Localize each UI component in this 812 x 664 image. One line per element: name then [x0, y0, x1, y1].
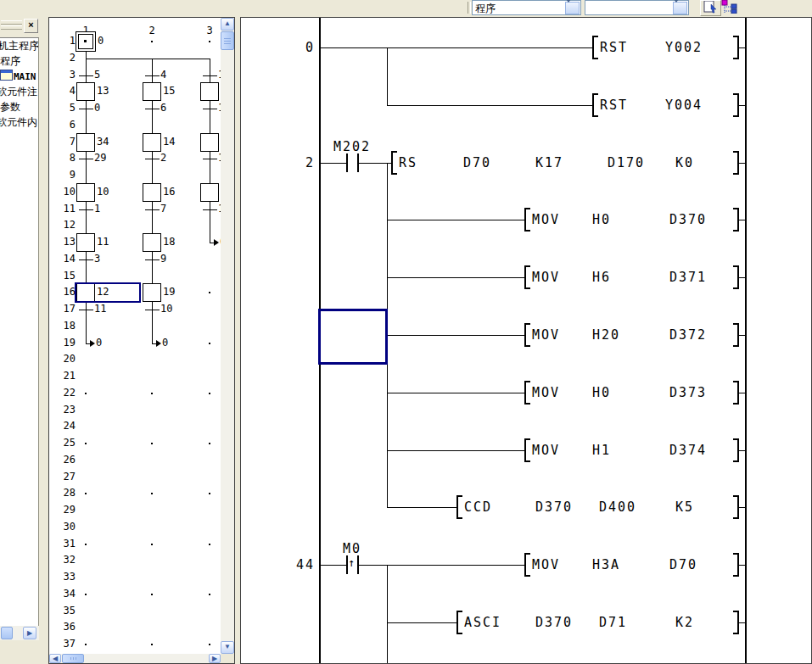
project-data-list-icon: [720, 0, 739, 14]
sfc-row-number: 21: [49, 370, 76, 382]
data-name-combobox[interactable]: [585, 0, 689, 15]
instruction-operand: K5: [675, 499, 694, 515]
instruction-op: RST: [600, 40, 628, 55]
sfc-step[interactable]: [200, 183, 219, 202]
sfc-grid-dot: [151, 493, 153, 494]
tree-item-program[interactable]: 程序: [0, 53, 38, 69]
sfc-step[interactable]: [76, 183, 95, 202]
scroll-right-icon[interactable]: ▶: [23, 627, 36, 639]
sfc-row-number: 37: [49, 638, 76, 650]
sfc-step[interactable]: [143, 283, 161, 302]
sfc-cursor[interactable]: [75, 282, 141, 303]
ladder-wire: [387, 393, 524, 393]
tree-item-device-memory[interactable]: 软元件内: [0, 114, 38, 130]
toolbar-grip[interactable]: [1, 20, 22, 25]
sfc-transition-label[interactable]: 2: [160, 152, 166, 164]
instruction-operand: H3A: [592, 557, 620, 572]
toolbar-separator: [468, 2, 471, 14]
sfc-row-number: 16: [49, 286, 76, 298]
sfc-step-label: 13: [97, 85, 109, 97]
instruction-operand: D372: [669, 327, 707, 343]
display-mode-button[interactable]: [700, 0, 721, 16]
sfc-transition-label[interactable]: 29: [94, 152, 106, 164]
ladder-wire: [739, 163, 745, 164]
open-bracket-icon: [524, 553, 530, 577]
sfc-transition-label[interactable]: 9: [160, 253, 166, 265]
sfc-step[interactable]: [76, 82, 95, 101]
sfc-step[interactable]: [76, 233, 95, 252]
sfc-row-number: 2: [49, 52, 76, 64]
sfc-transition-label[interactable]: 0: [94, 102, 100, 114]
tree-item-label: 程序: [0, 55, 20, 67]
sfc-transition: [79, 159, 93, 159]
sfc-transition-label[interactable]: 6: [160, 102, 166, 114]
sfc-row-number: 14: [49, 253, 76, 265]
program-type-combobox[interactable]: 程序: [472, 0, 581, 15]
instruction-operand: H20: [592, 327, 620, 343]
scroll-left-icon[interactable]: ◀: [49, 654, 61, 663]
sfc-row-number: 17: [49, 303, 76, 315]
sfc-step[interactable]: [143, 233, 161, 252]
ladder-canvas[interactable]: 0RSTY002RSTY0042M202RSD70K17D170K0MOVH0D…: [241, 18, 811, 663]
ladder-contact[interactable]: [347, 153, 348, 172]
sfc-step-label: 11: [97, 236, 109, 248]
sfc-row-number: 6: [49, 119, 76, 131]
ladder-cursor[interactable]: [318, 309, 388, 365]
sfc-row-number: 13: [49, 236, 76, 248]
sfc-canvas[interactable]: 1231234567891011121314151617181920212223…: [49, 18, 221, 663]
sfc-transition-label[interactable]: 7: [160, 203, 166, 215]
tree-item-parameter[interactable]: 参数: [0, 99, 38, 114]
sfc-horizontal-scrollbar[interactable]: ◀ ▶: [49, 654, 221, 663]
tree-item-label: 软元件注: [0, 86, 37, 98]
sfc-transition-label[interactable]: 1: [94, 203, 100, 215]
sfc-transition-label[interactable]: 5: [94, 69, 100, 81]
sfc-step[interactable]: [200, 133, 219, 152]
sfc-transition-label[interactable]: 11: [94, 303, 106, 315]
sfc-step[interactable]: [143, 82, 161, 101]
sfc-row-number: 15: [49, 270, 76, 282]
scrollbar-thumb[interactable]: [62, 654, 84, 663]
open-bracket-icon: [592, 93, 598, 117]
tree-item-main[interactable]: MAIN: [0, 69, 38, 84]
sfc-step-label: 19: [163, 286, 175, 298]
sfc-row-number: 31: [49, 538, 76, 550]
sfc-row-number: 4: [49, 85, 76, 97]
close-bracket-icon: [733, 553, 739, 577]
sfc-transition-label[interactable]: 3: [94, 253, 100, 265]
sfc-initial-step[interactable]: [76, 31, 96, 52]
instruction-operand: D370: [535, 615, 573, 630]
open-bracket-icon: [592, 36, 598, 59]
sfc-step[interactable]: [143, 133, 161, 152]
sfc-row-number: 7: [49, 136, 76, 148]
sfc-transition: [145, 310, 160, 310]
tree-item-host-program[interactable]: 机主程序: [0, 38, 38, 53]
instruction-op: RST: [600, 98, 628, 113]
scroll-down-icon[interactable]: ▼: [221, 641, 234, 654]
scroll-up-icon[interactable]: ▲: [221, 18, 234, 31]
sfc-row-number: 23: [49, 404, 76, 416]
instruction-operand: H6: [592, 270, 611, 285]
sfc-jump-label[interactable]: 0: [162, 337, 168, 349]
chevron-down-icon[interactable]: [673, 2, 687, 14]
ladder-trunk-wire: [387, 565, 388, 663]
sfc-jump-label[interactable]: 0: [96, 337, 102, 349]
scrollbar-thumb[interactable]: [1, 627, 13, 639]
sfc-vertical-scrollbar[interactable]: ▲ ▼: [221, 18, 234, 654]
close-icon[interactable]: ×: [24, 19, 38, 33]
ladder-wire: [739, 507, 745, 508]
sfc-transition-label[interactable]: 10: [160, 303, 172, 315]
sfc-transition-label[interactable]: 4: [160, 69, 166, 81]
tree-item-device-comment[interactable]: 软元件注: [0, 84, 38, 99]
scroll-right-icon[interactable]: ▶: [209, 654, 221, 663]
sfc-step[interactable]: [143, 183, 161, 202]
sfc-step[interactable]: [200, 82, 219, 101]
sfc-step[interactable]: [76, 133, 95, 152]
toolbar-grip[interactable]: [1, 25, 22, 30]
scrollbar-thumb[interactable]: [221, 31, 234, 50]
instruction-operand: D374: [669, 443, 707, 458]
sfc-row-number: 19: [49, 337, 76, 349]
sidebar-horizontal-scrollbar[interactable]: ▶: [0, 626, 39, 640]
project-data-list-button[interactable]: [720, 0, 740, 14]
chevron-down-icon[interactable]: [565, 2, 580, 14]
instruction-operand: K2: [675, 615, 694, 630]
